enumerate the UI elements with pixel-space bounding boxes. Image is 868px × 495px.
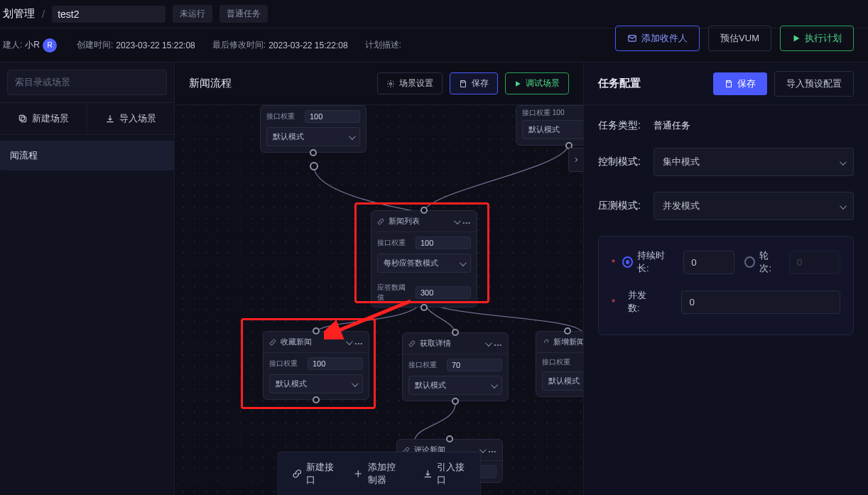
node-header[interactable]: 获取详情 (403, 333, 508, 354)
concurrency-input[interactable] (681, 290, 840, 314)
plan-name-input[interactable] (52, 6, 166, 23)
node-partial-right[interactable]: 接口权重 100 默认模式 (516, 105, 584, 146)
control-mode-select[interactable]: 集中模式 (653, 148, 854, 176)
avatar: R (43, 38, 57, 53)
mode-select[interactable]: 默认模式 (269, 374, 363, 393)
import-interface-label: 引入接口 (437, 461, 466, 486)
right-save-button[interactable]: 保存 (713, 72, 767, 95)
add-recipient-label: 添加收件人 (641, 32, 688, 45)
chevron-down-icon[interactable] (485, 339, 490, 348)
created-value: 2023-03-22 15:22:08 (116, 40, 195, 50)
canvas-save-button[interactable]: 保存 (450, 72, 498, 94)
port-in[interactable] (421, 207, 428, 214)
scene-settings-label: 场景设置 (399, 77, 433, 89)
import-interface-button[interactable]: 引入接口 (418, 458, 470, 489)
port-in[interactable] (446, 435, 453, 442)
chevron-down-icon (491, 381, 496, 390)
node-detail[interactable]: 获取详情 接口权重 默认模式 (402, 332, 509, 401)
chevron-down-icon[interactable] (454, 217, 459, 226)
port-out[interactable] (313, 396, 320, 403)
debug-scene-button[interactable]: 调试场景 (505, 72, 569, 94)
radio-duration[interactable] (622, 256, 633, 268)
canvas-header: 新闻流程 场景设置 保存 调试场景 (175, 62, 583, 105)
new-interface-button[interactable]: 新建接口 (288, 458, 340, 489)
more-icon[interactable] (463, 217, 471, 226)
right-body: 任务类型: 普通任务 控制模式: 集中模式 压测模式: 并发模式 (584, 105, 868, 349)
link-icon (408, 340, 416, 347)
mode-value: 默认模式 (415, 380, 446, 391)
link-icon (269, 339, 276, 346)
node-title: 新增新闻 (553, 337, 584, 347)
required-mark (612, 257, 618, 268)
sidebar-toolbar: 新建场景 导入场景 (0, 102, 174, 135)
radio-rounds[interactable] (744, 256, 755, 268)
add-controller-label: 添加控制器 (368, 461, 405, 486)
import-preset-button[interactable]: 导入预设配置 (774, 71, 854, 97)
weight-label: 接口权重 (377, 238, 411, 248)
node-header[interactable]: 新增新闻 (536, 332, 584, 353)
port-out[interactable] (310, 149, 317, 156)
port-in[interactable] (564, 327, 571, 334)
mode-select[interactable]: 默认模式 (266, 127, 360, 146)
weight-label: 接口权重 (408, 360, 443, 370)
more-icon[interactable] (489, 446, 497, 455)
node-add-news[interactable]: 新增新闻 接口权重 默认模式 (536, 331, 584, 397)
port-out[interactable] (421, 304, 428, 311)
duration-input[interactable] (683, 251, 734, 274)
mode-select[interactable]: 默认模式 (408, 376, 502, 395)
threshold-input[interactable] (416, 286, 471, 299)
port-in[interactable] (452, 329, 459, 336)
right-title: 任务配置 (598, 77, 713, 90)
svg-rect-1 (21, 117, 26, 122)
weight-input[interactable] (447, 359, 502, 371)
collapse-panel-toggle[interactable] (568, 148, 584, 172)
node-news-list[interactable]: 新闻列表 接口权重 每秒应答数模式 应答数阈值 (371, 210, 477, 308)
row-press-mode: 压测模式: 并发模式 (598, 192, 854, 220)
more-icon[interactable] (355, 338, 363, 347)
search-placeholder: 索目录或场景 (15, 76, 70, 89)
gear-icon (386, 80, 395, 88)
rounds-radio-item[interactable]: 轮次: (744, 249, 779, 275)
port-in[interactable] (313, 327, 320, 334)
node-partial-top[interactable]: 接口权重 默认模式 (260, 105, 367, 153)
play-icon (514, 80, 521, 87)
node-row-weight: 接口权重 (403, 354, 508, 376)
mode-select[interactable]: 每秒应答数模式 (377, 254, 471, 273)
chevron-down-icon (840, 201, 845, 212)
port-out[interactable] (452, 398, 459, 405)
canvas[interactable]: 新闻流程 场景设置 保存 调试场景 (175, 62, 584, 495)
weight-input[interactable] (305, 110, 360, 123)
weight-input[interactable] (416, 236, 471, 249)
created-label: 创建时间: (77, 39, 113, 51)
import-scene-button[interactable]: 导入场景 (87, 103, 174, 134)
new-scene-button[interactable]: 新建场景 (0, 103, 87, 134)
add-recipient-button[interactable]: 添加收件人 (615, 26, 700, 51)
params-card: 持续时长: 轮次: 并发数: (598, 236, 854, 335)
chevron-down-icon[interactable] (346, 338, 351, 347)
import-scene-label: 导入场景 (119, 112, 156, 125)
new-interface-label: 新建接口 (306, 461, 335, 486)
modified-value: 2023-03-22 15:22:08 (268, 40, 347, 50)
press-mode-select[interactable]: 并发模式 (653, 192, 854, 220)
node-header[interactable]: 收藏新闻 (264, 332, 369, 353)
estimate-label: 预估VUM (720, 32, 759, 45)
mode-select[interactable]: 默认模式 (522, 120, 584, 139)
mode-select[interactable]: 默认模式 (542, 371, 584, 391)
node-bookmark[interactable]: 收藏新闻 接口权重 默认模式 (263, 331, 369, 400)
duration-radio-item[interactable]: 持续时长: (612, 249, 673, 275)
sidebar-item-flow[interactable]: 闻流程 (0, 141, 174, 170)
plus-icon (354, 469, 364, 479)
creator-name: 小R (25, 39, 40, 51)
weight-input[interactable] (308, 357, 363, 370)
search-input[interactable]: 索目录或场景 (7, 70, 167, 95)
more-icon[interactable] (494, 339, 502, 348)
scene-settings-button[interactable]: 场景设置 (377, 72, 443, 94)
estimate-button[interactable]: 预估VUM (708, 26, 771, 51)
add-controller-button[interactable]: 添加控制器 (349, 458, 409, 489)
node-header[interactable]: 新闻列表 (371, 211, 477, 232)
chevron-down-icon (349, 133, 354, 141)
play-icon (792, 34, 801, 43)
rounds-input[interactable] (789, 251, 840, 274)
execute-button[interactable]: 执行计划 (780, 26, 854, 51)
creator-label: 建人: (3, 39, 22, 51)
